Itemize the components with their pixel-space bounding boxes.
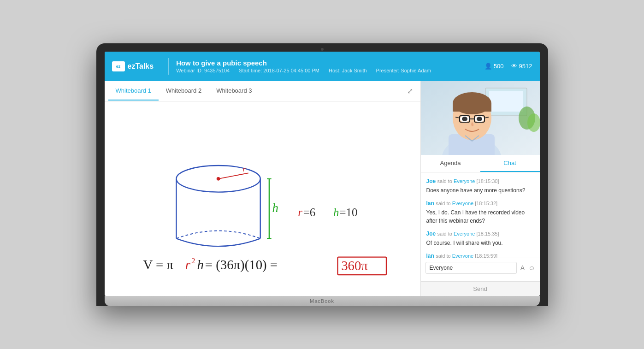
- person-icon: 👤: [484, 63, 492, 70]
- chat-sender-1: Joe: [426, 178, 436, 184]
- attendees-count: 500: [494, 63, 504, 70]
- main-content: Whiteboard 1 Whiteboard 2 Whiteboard 3 ⤢: [105, 81, 540, 296]
- tab-chat[interactable]: Chat: [480, 155, 540, 172]
- header-logo: ez ezTalks: [112, 61, 154, 71]
- chat-message-1: Joe said to Everyone [18:15:30] Does any…: [426, 177, 534, 195]
- svg-text:=6: =6: [303, 206, 315, 219]
- laptop-frame: ez ezTalks How to give a pubic speech We…: [96, 43, 548, 306]
- whiteboard-drawing: r h r =6 h =10: [105, 101, 420, 296]
- chat-sender-3: Joe: [426, 231, 436, 237]
- font-icon[interactable]: A: [520, 264, 525, 272]
- chat-text-1: Does anyone have any more questions?: [426, 186, 534, 195]
- emoji-icon[interactable]: ☺: [528, 264, 535, 272]
- svg-point-34: [462, 117, 467, 121]
- presenter-placeholder: [421, 81, 540, 155]
- svg-text:360π: 360π: [341, 258, 368, 273]
- whiteboard-tabs: Whiteboard 1 Whiteboard 2 Whiteboard 3 ⤢: [105, 81, 420, 101]
- camera-dot: [321, 48, 324, 51]
- viewers-stat: 👁 9512: [511, 63, 532, 70]
- chat-sender-2: Ian: [426, 200, 434, 207]
- chat-message-2: Ian said to Everyone [18:15:32] Yes, I d…: [426, 199, 534, 225]
- chat-meta-4: said to Everyone [18:15:59]: [436, 253, 497, 258]
- send-button[interactable]: Send: [421, 281, 540, 296]
- svg-rect-31: [453, 103, 491, 112]
- header-divider: [168, 58, 169, 75]
- svg-text:=10: =10: [339, 206, 357, 219]
- svg-point-4: [216, 177, 220, 181]
- header-meta: Webinar ID: 943575104 Start time: 2018-0…: [176, 68, 484, 73]
- logo-text: ezTalks: [128, 62, 154, 71]
- webinar-id: Webinar ID: 943575104: [176, 68, 230, 73]
- header-info: How to give a pubic speech Webinar ID: 9…: [176, 59, 484, 73]
- svg-text:2: 2: [191, 256, 195, 265]
- laptop-brand: MacBook: [310, 298, 334, 304]
- tab-whiteboard-1[interactable]: Whiteboard 1: [108, 82, 159, 101]
- start-time: Start time: 2018-07-25 04:45:00 PM: [239, 68, 319, 73]
- tab-whiteboard-3[interactable]: Whiteboard 3: [209, 82, 259, 101]
- header-title: How to give a pubic speech: [176, 59, 484, 67]
- whiteboard-section: Whiteboard 1 Whiteboard 2 Whiteboard 3 ⤢: [105, 81, 421, 296]
- whiteboard-canvas: r h r =6 h =10: [105, 101, 420, 296]
- svg-text:h: h: [333, 206, 338, 219]
- chat-message-3: Joe said to Everyone [18:15:35] Of cours…: [426, 230, 534, 247]
- recipient-select[interactable]: Everyone: [425, 262, 517, 274]
- chat-meta-3: said to Everyone [18:15:35]: [437, 231, 499, 237]
- attendees-stat: 👤 500: [484, 63, 504, 70]
- svg-text:r: r: [242, 164, 246, 173]
- svg-text:V = π: V = π: [143, 257, 173, 272]
- app-header: ez ezTalks How to give a pubic speech We…: [105, 52, 540, 81]
- tab-whiteboard-2[interactable]: Whiteboard 2: [159, 82, 209, 101]
- svg-text:r: r: [298, 206, 302, 219]
- laptop-base: MacBook: [105, 296, 540, 306]
- chat-icons: A ☺: [520, 264, 535, 272]
- right-panel: Agenda Chat Joe said to Everyone [18:15:…: [421, 81, 540, 296]
- chat-text-2: Yes, I do. Can I have the recorded video…: [426, 208, 534, 225]
- svg-rect-23: [489, 91, 523, 112]
- chat-input-area: Everyone A ☺: [421, 258, 540, 281]
- chat-recipient-row: Everyone A ☺: [425, 262, 535, 274]
- svg-text:h: h: [197, 257, 203, 272]
- svg-text:h: h: [272, 201, 278, 214]
- chat-meta-1: said to Everyone [18:15:30]: [437, 178, 499, 184]
- svg-point-25: [527, 113, 540, 132]
- chat-sender-4: Ian: [426, 253, 434, 258]
- host: Host: Jack Smith: [329, 68, 367, 73]
- chat-message-4: Ian said to Everyone [18:15:59] Great: [426, 252, 534, 258]
- panel-tabs: Agenda Chat: [421, 155, 540, 172]
- svg-line-3: [218, 173, 248, 178]
- laptop-screen: ez ezTalks How to give a pubic speech We…: [105, 52, 540, 296]
- app-container: ez ezTalks How to give a pubic speech We…: [105, 52, 540, 296]
- chat-text-3: Of course. I will share with you.: [426, 239, 534, 247]
- presenter-video: [421, 81, 540, 155]
- presenter-svg: [421, 81, 540, 155]
- viewers-count: 9512: [519, 63, 532, 70]
- svg-point-35: [477, 117, 482, 121]
- eye-icon: 👁: [511, 63, 517, 70]
- expand-icon[interactable]: ⤢: [403, 83, 417, 99]
- chat-messages: Joe said to Everyone [18:15:30] Does any…: [421, 172, 540, 258]
- svg-text:r: r: [185, 257, 190, 272]
- logo-icon: ez: [112, 61, 125, 71]
- tab-agenda[interactable]: Agenda: [421, 155, 480, 172]
- header-stats: 👤 500 👁 9512: [484, 63, 532, 70]
- presenter: Presenter: Sophie Adam: [376, 68, 431, 73]
- svg-text:= (36π)(10) =: = (36π)(10) =: [205, 257, 277, 272]
- chat-meta-2: said to Everyone [18:15:32]: [436, 201, 497, 206]
